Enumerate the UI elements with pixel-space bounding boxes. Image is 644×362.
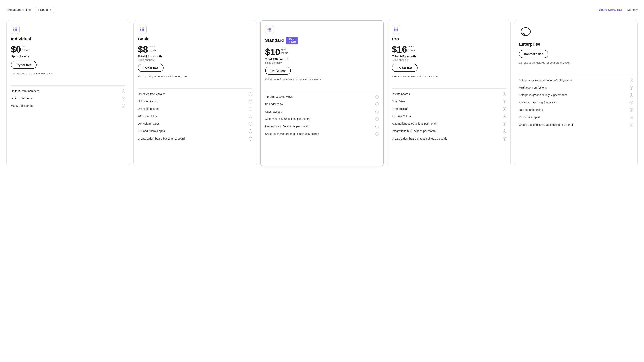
cta-button-basic[interactable]: Try for free	[138, 64, 164, 72]
info-icon[interactable]: i	[630, 108, 633, 112]
info-icon[interactable]: i	[502, 115, 506, 118]
team-size-dropdown[interactable]: 3 Seats ▾	[35, 7, 54, 13]
feature-item: Calendar View i	[265, 102, 379, 106]
feature-text: Unlimited boards	[138, 107, 247, 111]
svg-point-16	[142, 30, 142, 31]
info-icon[interactable]: i	[249, 137, 252, 141]
info-icon[interactable]: i	[502, 137, 506, 141]
feature-item: Up to 2 team members i	[11, 89, 125, 93]
info-icon[interactable]: i	[502, 100, 506, 103]
info-icon[interactable]: i	[502, 92, 506, 96]
info-icon[interactable]: i	[502, 129, 506, 133]
plan-name-row: Individual	[11, 36, 125, 42]
feature-text: Calendar View	[265, 102, 374, 106]
info-icon[interactable]: i	[630, 78, 633, 82]
feature-text: Create a dashboard based on 1 board	[138, 137, 247, 141]
feature-item: Automations (250 actions per month) i	[265, 117, 379, 121]
price-meta: seat / month	[408, 45, 415, 53]
plan-card-basic: Basic $8 seat / month Total $24 / month …	[133, 20, 257, 166]
cta-button-standard[interactable]: Try for free	[265, 66, 291, 75]
feature-text: Automations (25K actions per month)	[392, 122, 501, 126]
price-amount: $8	[138, 45, 148, 54]
feature-text: Integrations (250 actions per month)	[265, 125, 374, 128]
feature-item: Guest access i	[265, 110, 379, 114]
feature-item: Up to 1,000 items i	[11, 97, 125, 101]
info-icon[interactable]: i	[375, 110, 379, 113]
price-meta: seat / month	[149, 45, 156, 53]
enterprise-chat-icon	[519, 25, 532, 39]
price-amount: $0	[11, 45, 21, 54]
svg-point-5	[16, 29, 17, 30]
feature-text: Unlimited items	[138, 100, 247, 104]
billing-toggle: Yearly SAVE 18% | Monthly	[598, 5, 638, 14]
price-amount: $16	[392, 45, 407, 54]
plan-card-individual: Individual $0 free forever Up to 2 seats…	[6, 20, 130, 166]
cta-button-pro[interactable]: Try for free	[392, 64, 418, 72]
info-icon[interactable]: i	[122, 104, 125, 108]
info-icon[interactable]: i	[375, 132, 379, 136]
feature-list: Enterprise-scale automations & integrati…	[519, 78, 633, 127]
feature-item: Time tracking i	[392, 107, 506, 111]
plan-name-row: Pro	[392, 36, 506, 42]
price-meta-2: month	[281, 51, 288, 55]
feature-item: Advanced reporting & analytics i	[519, 101, 633, 105]
info-icon[interactable]: i	[630, 116, 633, 119]
feature-list: Up to 2 team members i Up to 1,000 items…	[11, 89, 125, 108]
price-meta-1: seat /	[281, 47, 288, 51]
svg-point-9	[140, 28, 141, 28]
feature-text: Up to 2 team members	[11, 89, 120, 93]
billing-monthly[interactable]: Monthly	[627, 8, 638, 11]
svg-point-14	[143, 29, 144, 30]
info-icon[interactable]: i	[375, 102, 379, 106]
info-icon[interactable]: i	[249, 122, 252, 125]
info-icon[interactable]: i	[502, 122, 506, 125]
info-icon[interactable]: i	[375, 117, 379, 121]
info-icon[interactable]: i	[630, 101, 633, 104]
feature-item: Integrations (250 actions per month) i	[265, 125, 379, 128]
feature-text: 200+ templates	[138, 114, 247, 118]
feature-text: Create a dashboard that combines 50 boar…	[519, 123, 628, 127]
info-icon[interactable]: i	[375, 95, 379, 99]
feature-text: iOS and Android apps	[138, 129, 247, 133]
svg-point-36	[521, 28, 530, 35]
svg-point-3	[14, 29, 14, 30]
info-icon[interactable]: i	[502, 107, 506, 111]
svg-point-25	[269, 31, 270, 31]
feature-item: Create a dashboard based on 1 board i	[138, 137, 252, 141]
price-meta-1: free	[22, 45, 30, 48]
cta-button-enterprise[interactable]: Contact sales	[519, 50, 548, 58]
info-icon[interactable]: i	[249, 115, 252, 118]
plan-total: Total $30 / month	[265, 57, 379, 61]
feature-item: Enterprise-grade security & governance i	[519, 93, 633, 97]
info-icon[interactable]: i	[249, 129, 252, 133]
svg-point-28	[396, 28, 396, 28]
most-popular-badge: MostPopular	[286, 37, 298, 44]
feature-text: 20+ column types	[138, 122, 247, 126]
plan-card-pro: Pro $16 seat / month Total $48 / month B…	[387, 20, 511, 166]
svg-point-18	[268, 28, 268, 29]
info-icon[interactable]: i	[249, 92, 252, 96]
info-icon[interactable]: i	[375, 125, 379, 128]
plan-name: Standard	[265, 38, 284, 43]
price-meta-2: month	[408, 48, 415, 52]
info-icon[interactable]: i	[249, 100, 252, 103]
feature-text: Guest access	[265, 110, 374, 114]
plan-name-row: Basic	[138, 36, 252, 42]
feature-text: Integrations (25K actions per month)	[392, 129, 501, 133]
info-icon[interactable]: i	[630, 123, 633, 127]
info-icon[interactable]: i	[122, 97, 125, 100]
info-icon[interactable]: i	[122, 89, 125, 93]
info-icon[interactable]: i	[249, 107, 252, 111]
price-meta-2: forever	[22, 48, 30, 52]
svg-point-13	[142, 29, 142, 30]
feature-text: Create a dashboard that combines 10 boar…	[392, 137, 501, 141]
svg-point-2	[16, 28, 17, 28]
svg-point-21	[268, 29, 268, 30]
svg-point-35	[397, 30, 398, 31]
price-row: $16 seat / month	[392, 45, 506, 54]
svg-point-20	[270, 28, 271, 29]
cta-button-individual[interactable]: Try for free	[11, 61, 36, 69]
info-icon[interactable]: i	[630, 93, 633, 97]
billing-yearly[interactable]: Yearly SAVE 18%	[598, 8, 622, 11]
info-icon[interactable]: i	[630, 86, 633, 90]
